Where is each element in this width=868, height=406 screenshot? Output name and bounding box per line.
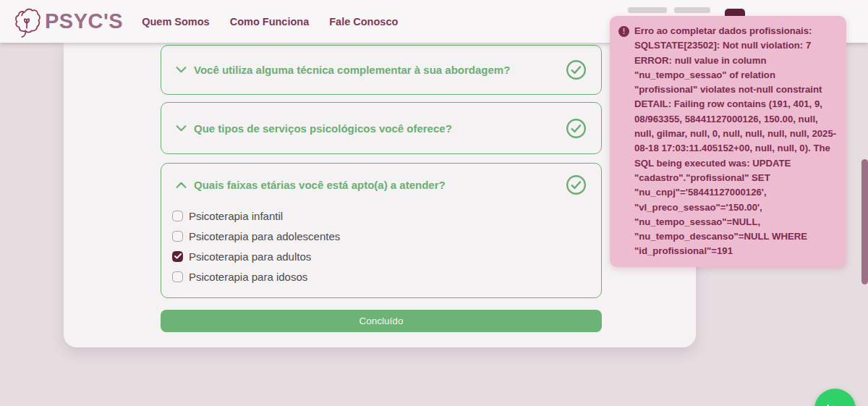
accordion-header[interactable]: Que tipos de serviços psicológicos você …	[161, 103, 601, 153]
checkbox-label: Psicoterapia para adolescentes	[189, 230, 340, 242]
scrollbar-thumb[interactable]	[861, 159, 868, 284]
checkbox[interactable]	[172, 271, 183, 282]
checkbox-label: Psicoterapia infantil	[189, 210, 283, 222]
questionnaire-card: Você utiliza alguma técnica complementar…	[64, 43, 696, 347]
checkbox-option-infantil[interactable]: Psicoterapia infantil	[172, 206, 590, 226]
checkbox-checked[interactable]	[172, 251, 183, 262]
header-obscured-text-sliver	[628, 7, 667, 13]
brand-logo[interactable]: PSYC'S	[10, 5, 123, 38]
checkbox-label: Psicoterapia para adultos	[189, 250, 311, 263]
exclamation-circle-icon: !	[618, 26, 629, 37]
checkbox[interactable]	[172, 231, 183, 242]
nav-link-como-funciona[interactable]: Como Funciona	[230, 16, 310, 28]
questionnaire-form: Você utiliza alguma técnica complementar…	[161, 43, 602, 347]
brain-logo-icon	[10, 5, 43, 38]
error-message: Erro ao completar dados profissionais: S…	[634, 24, 839, 259]
accordion-header[interactable]: Você utiliza alguma técnica complementar…	[161, 46, 601, 94]
accordion-question: Você utiliza alguma técnica complementar…	[194, 64, 510, 76]
nav-link-fale-conosco[interactable]: Fale Conosco	[329, 16, 398, 28]
main-nav: Quem Somos Como Funciona Fale Conosco	[142, 16, 398, 28]
checkbox-option-adultos[interactable]: Psicoterapia para adultos	[172, 246, 590, 266]
chevron-down-icon	[176, 64, 187, 75]
brand-name: PSYC'S	[45, 9, 123, 33]
check-circle-icon	[566, 118, 587, 139]
accordion-question: Que tipos de serviços psicológicos você …	[194, 122, 452, 135]
chevron-down-icon	[176, 123, 187, 134]
whatsapp-icon	[823, 397, 848, 406]
checkbox-label: Psicoterapia para idosos	[189, 271, 307, 283]
whatsapp-button[interactable]	[814, 389, 856, 406]
accordion-tipos-servicos: Que tipos de serviços psicológicos você …	[161, 102, 602, 154]
submit-button[interactable]: Concluído	[161, 310, 602, 332]
header-obscured-text-sliver	[674, 7, 710, 13]
checkbox-option-adolescentes[interactable]: Psicoterapia para adolescentes	[172, 226, 590, 246]
checkbox-option-idosos[interactable]: Psicoterapia para idosos	[172, 266, 590, 287]
check-circle-icon	[566, 59, 587, 80]
error-toast: ! Erro ao completar dados profissionais:…	[610, 16, 846, 267]
checkbox[interactable]	[172, 211, 183, 221]
checkbox-group: Psicoterapia infantil Psicoterapia para …	[172, 206, 590, 287]
accordion-header[interactable]: Quais faixas etárias você está apto(a) a…	[161, 164, 601, 206]
accordion-faixas-etarias: Quais faixas etárias você está apto(a) a…	[161, 163, 602, 298]
nav-link-quem-somos[interactable]: Quem Somos	[142, 16, 209, 28]
accordion-tecnica-complementar: Você utiliza alguma técnica complementar…	[161, 45, 602, 95]
check-circle-icon	[566, 174, 587, 195]
chevron-up-icon	[176, 179, 187, 190]
accordion-question: Quais faixas etárias você está apto(a) a…	[194, 179, 446, 191]
